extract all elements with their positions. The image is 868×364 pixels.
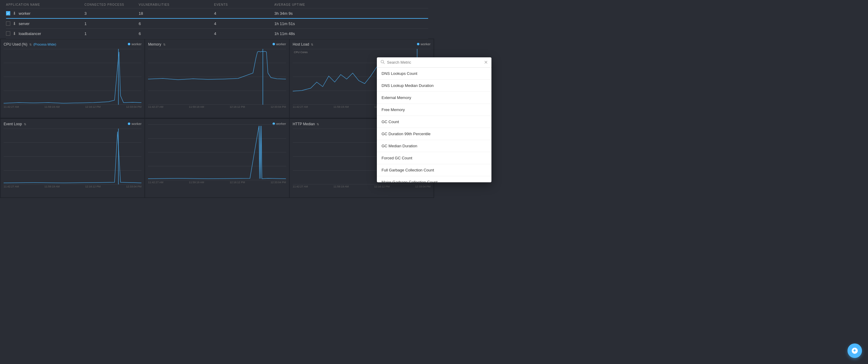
eventloop-chart-title: Event Loop ⇅ (4, 122, 142, 126)
dropdown-item-gc-count[interactable]: GC Count (377, 116, 434, 128)
table-row[interactable]: ⬇ worker 3 18 4 3h 34m 9s (6, 8, 428, 19)
app-name-label: loadbalancer (19, 31, 41, 36)
row-checkbox[interactable] (6, 22, 10, 26)
eventloop-chart-svg (4, 129, 142, 185)
connected-cell: 1 (85, 22, 139, 26)
memory-chart-area (148, 49, 286, 105)
time-label: 12:16:12 PM (230, 181, 245, 184)
dropdown-item-forced-gc[interactable]: Forced GC Count (377, 152, 434, 164)
cpu-chart-panel: CPU Used (%) ⇅ (Process-Wide) worker 11:… (1, 39, 145, 118)
time-label: 12:33:04 PM (415, 185, 431, 188)
connected-cell: 1 (85, 31, 139, 36)
sort-icon[interactable]: ⇅ (29, 43, 32, 46)
dropdown-item-dns-lookups[interactable]: DNS Lookups Count (377, 67, 434, 80)
download-icon[interactable]: ⬇ (13, 31, 16, 36)
col-vulnerabilities: VULNERABILITIES (139, 3, 214, 6)
col-extra (335, 3, 428, 6)
dropdown-item-gc-median[interactable]: GC Median Duration (377, 140, 434, 152)
sort-icon[interactable]: ⇅ (24, 122, 26, 126)
time-label: 12:33:04 PM (126, 105, 142, 108)
search-metric-input[interactable] (387, 60, 434, 64)
app-cell: ⬇ loadbalancer (6, 31, 85, 36)
chart-title-text: CPU Used (%) (4, 42, 27, 47)
time-label: 11:42:27 AM (148, 105, 163, 108)
time-label: 12:16:12 PM (85, 185, 101, 188)
col-app-name: APPLICATION NAME (6, 3, 85, 6)
uptime-cell: 1h 11m 48s (274, 31, 335, 36)
application-table: APPLICATION NAME CONNECTED PROCESS VULNE… (0, 0, 434, 39)
charts-row-1: CPU Used (%) ⇅ (Process-Wide) worker 11:… (0, 39, 434, 118)
legend-label: worker (421, 42, 431, 46)
chart-time-labels: 11:42:27 AM 11:59:19 AM 12:16:12 PM 12:3… (4, 185, 142, 188)
cpu-chart-svg (4, 49, 142, 105)
time-label: 12:33:04 PM (271, 181, 286, 184)
table-row[interactable]: ⬇ server 1 6 4 1h 11m 51s (6, 19, 428, 29)
download-icon[interactable]: ⬇ (13, 21, 16, 26)
col-uptime: AVERAGE UPTIME (274, 3, 335, 6)
chart-legend: worker (273, 42, 286, 46)
chart-time-labels: 11:42:27 AM 11:59:19 AM 12:16:12 PM 12:3… (293, 185, 431, 188)
events-cell: 4 (214, 11, 274, 16)
time-label: 12:16:12 PM (85, 105, 101, 108)
chart-time-labels: 11:42:27 AM 11:59:19 AM 12:16:12 PM 12:3… (148, 181, 286, 184)
uptime-cell: 1h 11m 51s (274, 22, 335, 26)
hostload-chart-title: Host Load ⇅ (293, 42, 431, 47)
time-label: 11:59:19 AM (189, 181, 205, 184)
legend-dot (273, 43, 275, 45)
search-input-wrapper: ✕ (377, 57, 434, 67)
dropdown-item-external-memory[interactable]: External Memory (377, 92, 434, 104)
search-icon (380, 60, 385, 65)
memory-chart-title: Memory ⇅ (148, 42, 286, 47)
sort-icon[interactable]: ⇅ (311, 43, 313, 46)
search-metric-dropdown[interactable]: ✕ DNS Lookups Count DNS Lookup Median Du… (377, 57, 434, 182)
dropdown-item-gc-duration-99[interactable]: GC Duration 99th Percentile (377, 128, 434, 140)
app-cell: ⬇ server (6, 21, 85, 26)
download-icon[interactable]: ⬇ (13, 11, 16, 16)
time-label: 11:42:27 AM (148, 181, 163, 184)
time-label: 11:42:27 AM (4, 185, 19, 188)
cpu-chart-title: CPU Used (%) ⇅ (Process-Wide) (4, 42, 142, 47)
time-label: 12:33:04 PM (126, 185, 142, 188)
events-cell: 4 (214, 31, 274, 36)
cpu-chart-area (4, 49, 142, 105)
table-row[interactable]: ⬇ loadbalancer 1 6 4 1h 11m 48s (6, 29, 428, 39)
time-label: 12:16:12 PM (230, 105, 245, 108)
time-label: 11:59:19 AM (44, 185, 60, 188)
dropdown-item-dns-median[interactable]: DNS Lookup Median Duration (377, 80, 434, 92)
time-label: 12:33:04 PM (271, 105, 286, 108)
memory-chart-panel: Memory ⇅ worker 11:42:27 AM 11:59:19 AM … (145, 39, 289, 118)
connected-cell: 3 (85, 11, 139, 16)
sort-icon[interactable]: ⇅ (163, 43, 165, 46)
dropdown-item-major-gc[interactable]: Major Garbage Collection Count (377, 176, 434, 182)
chart-title-text: Memory (148, 42, 161, 47)
chart-legend: worker (128, 122, 142, 125)
legend-dot (128, 122, 130, 125)
memory-chart-svg (148, 49, 286, 105)
row-checkbox[interactable] (6, 31, 10, 36)
chart-title-text: HTTP Median (293, 122, 315, 126)
charts-row-2: Event Loop ⇅ worker 11:42:27 AM 11:59:19… (0, 118, 434, 198)
time-label: 11:42:27 AM (293, 185, 308, 188)
sort-icon[interactable]: ⇅ (316, 122, 319, 126)
dropdown-item-full-gc[interactable]: Full Garbage Collection Count (377, 164, 434, 176)
uptime-cell: 3h 34m 9s (274, 11, 335, 16)
time-label: 11:59:19 AM (189, 105, 205, 108)
legend-label: worker (276, 42, 286, 46)
app-name-label: worker (19, 11, 30, 16)
time-label: 11:59:19 AM (334, 105, 349, 108)
middle-chart-svg (148, 124, 286, 180)
time-label: 11:59:19 AM (334, 185, 349, 188)
row-checkbox[interactable] (6, 11, 10, 16)
time-label: 11:42:27 AM (4, 105, 19, 108)
dropdown-item-free-memory[interactable]: Free Memory (377, 104, 434, 116)
chart-title-text: Host Load (293, 42, 309, 47)
time-label: 12:16:12 PM (374, 185, 390, 188)
time-label: 11:42:27 AM (293, 105, 308, 108)
legend-dot (417, 43, 420, 45)
dropdown-list: DNS Lookups Count DNS Lookup Median Dura… (377, 67, 434, 182)
events-cell: 4 (214, 22, 274, 26)
legend-label: worker (131, 122, 142, 125)
legend-dot (128, 43, 130, 45)
chart-title-text: Event Loop (4, 122, 22, 126)
app-cell: ⬇ worker (6, 11, 85, 16)
